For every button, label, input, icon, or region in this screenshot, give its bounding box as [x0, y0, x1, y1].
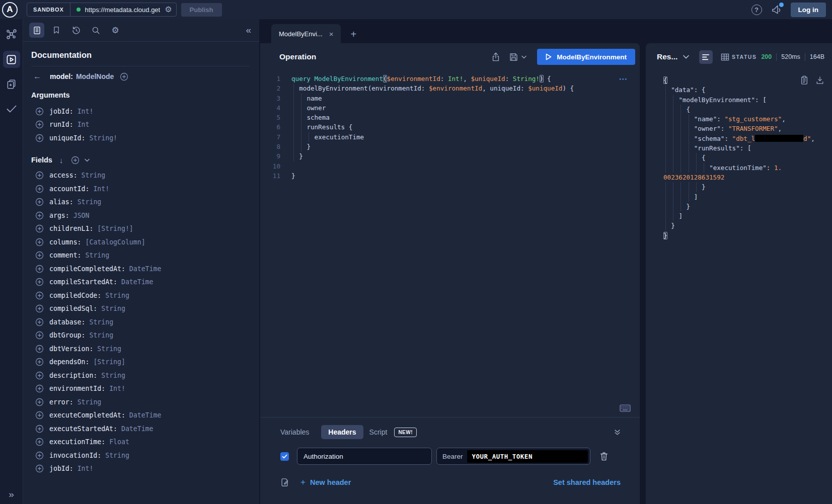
field-row[interactable]: error:String [31, 395, 249, 409]
add-field-icon[interactable] [35, 331, 44, 340]
code-line[interactable]: 7executionTime [260, 132, 640, 142]
login-button[interactable]: Log in [791, 3, 826, 17]
add-field-icon[interactable] [35, 318, 44, 326]
set-shared-headers-link[interactable]: Set shared headers [553, 478, 621, 486]
operation-tab[interactable]: ModelByEnvi... × [271, 24, 341, 43]
field-type[interactable]: String [89, 318, 113, 326]
new-tab-icon[interactable]: + [350, 29, 356, 39]
save-operation-icon[interactable] [509, 52, 518, 62]
settings-gear-icon[interactable]: ⚙ [108, 23, 123, 38]
code-line[interactable]: 8} [260, 142, 640, 151]
field-row[interactable]: columns:[CatalogColumn] [31, 235, 249, 249]
field-type[interactable]: String [105, 292, 129, 299]
new-header-button[interactable]: + New header [300, 477, 351, 487]
code-line[interactable]: 3name [260, 94, 640, 103]
add-field-icon[interactable] [35, 224, 44, 233]
add-field-icon[interactable] [35, 304, 44, 313]
code-line[interactable]: 1query ModelByEnvironment($environmentId… [260, 74, 640, 83]
add-field-icon[interactable] [35, 278, 44, 286]
field-row[interactable]: compiledCode:String [31, 289, 249, 302]
table-view-icon[interactable] [718, 50, 732, 64]
add-field-icon[interactable] [35, 451, 44, 460]
add-field-icon[interactable] [35, 384, 44, 393]
field-type[interactable]: String [89, 331, 113, 339]
header-enabled-checkbox[interactable] [280, 452, 289, 461]
field-row[interactable]: childrenL1:[String!] [31, 222, 249, 236]
add-field-icon[interactable] [35, 371, 44, 380]
add-field-icon[interactable] [35, 345, 44, 353]
field-row[interactable]: jobId:Int! [31, 105, 249, 118]
field-row[interactable]: args:JSON [31, 209, 249, 222]
keyboard-shortcuts-icon[interactable] [620, 404, 631, 412]
field-row[interactable]: invocationId:String [31, 449, 249, 462]
add-field-icon[interactable] [35, 171, 44, 180]
collapse-docs-icon[interactable]: « [246, 25, 253, 36]
help-icon[interactable]: ? [751, 5, 762, 15]
add-all-fields-icon[interactable] [71, 156, 80, 164]
add-field-icon[interactable] [35, 211, 44, 220]
field-type[interactable]: String [78, 198, 102, 206]
field-type[interactable]: String [86, 251, 110, 259]
tab-script[interactable]: Script [369, 428, 388, 436]
field-type[interactable]: DateTime [129, 265, 162, 273]
breadcrumb-type[interactable]: ModelNode [76, 72, 114, 80]
copy-response-icon[interactable] [800, 75, 808, 85]
field-type[interactable]: Int! [78, 108, 94, 115]
endpoint-url-group[interactable]: https://metadata.cloud.get ⚙ [70, 3, 176, 16]
field-row[interactable]: alias:String [31, 196, 249, 209]
field-type[interactable]: DateTime [121, 425, 154, 433]
field-row[interactable]: compileCompletedAt:DateTime [31, 262, 249, 276]
tab-variables[interactable]: Variables [280, 428, 309, 436]
endpoint-settings-gear-icon[interactable]: ⚙ [165, 6, 172, 14]
code-line[interactable]: 6runResults { [260, 122, 640, 132]
header-value-token[interactable]: YOUR_AUTH_TOKEN [467, 450, 588, 463]
share-operation-icon[interactable] [491, 52, 500, 62]
field-row[interactable]: executeCompletedAt:DateTime [31, 409, 249, 423]
explorer-icon[interactable] [3, 51, 20, 68]
add-field-icon[interactable] [35, 425, 44, 433]
history-icon[interactable] [68, 23, 84, 38]
search-icon[interactable] [88, 23, 103, 38]
field-row[interactable]: accountId:Int! [31, 182, 249, 196]
close-tab-icon[interactable]: × [329, 30, 334, 38]
add-field-icon[interactable] [35, 198, 44, 206]
download-response-icon[interactable] [816, 75, 824, 85]
header-value-field[interactable]: Bearer YOUR_AUTH_TOKEN [436, 448, 590, 465]
add-field-icon[interactable] [35, 291, 44, 300]
add-field-icon[interactable] [35, 107, 44, 116]
checks-icon[interactable] [3, 100, 20, 117]
back-arrow-icon[interactable]: ← [33, 72, 41, 81]
add-field-icon[interactable] [35, 464, 44, 473]
add-field-icon[interactable] [35, 238, 44, 246]
documentation-tab-icon[interactable] [29, 23, 44, 38]
announcements-megaphone-icon[interactable] [771, 5, 782, 15]
formatted-view-icon[interactable] [699, 50, 713, 64]
field-type[interactable]: DateTime [129, 411, 162, 419]
add-field-icon[interactable] [35, 411, 44, 419]
add-field-icon[interactable] [35, 185, 44, 193]
field-type[interactable]: [CatalogColumn] [86, 238, 145, 246]
code-line[interactable]: 11} [260, 171, 640, 181]
header-key-input[interactable] [297, 448, 432, 465]
collapse-panes-icon[interactable] [614, 429, 621, 436]
field-type[interactable]: Int [78, 121, 90, 128]
fields-options-chevron-icon[interactable] [85, 158, 90, 162]
field-row[interactable]: access:String [31, 169, 249, 183]
field-type[interactable]: JSON [73, 212, 90, 219]
field-type[interactable]: Int! [109, 385, 125, 392]
field-row[interactable]: database:String [31, 315, 249, 329]
add-field-icon[interactable] [35, 120, 44, 129]
environment-variables-icon[interactable] [280, 477, 289, 487]
code-line[interactable]: 5schema [260, 113, 640, 122]
field-row[interactable]: compileStartedAt:DateTime [31, 276, 249, 289]
schema-graph-icon[interactable] [3, 26, 20, 43]
apollo-logo-icon[interactable]: A [2, 2, 18, 18]
field-type[interactable]: Int! [78, 465, 94, 472]
field-row[interactable]: dbtGroup:String [31, 329, 249, 343]
code-line[interactable]: 10 [260, 161, 640, 171]
field-row[interactable]: jobId:Int! [31, 462, 249, 476]
field-row[interactable]: uniqueId:String! [31, 131, 249, 145]
field-row[interactable]: dbtVersion:String [31, 342, 249, 356]
field-type[interactable]: String [105, 452, 129, 459]
code-line[interactable]: 9} [260, 151, 640, 161]
